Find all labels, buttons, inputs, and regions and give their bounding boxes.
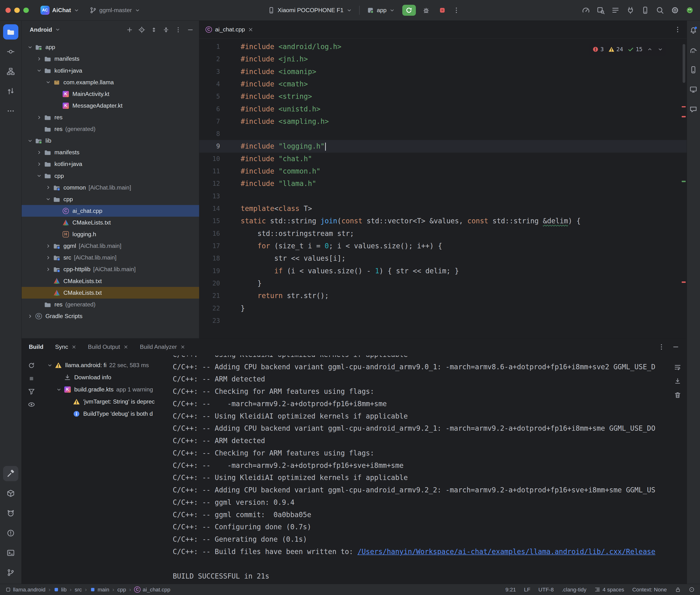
- caret-position[interactable]: 9:21: [505, 587, 516, 593]
- tree-item-download-info[interactable]: Download info: [41, 371, 173, 383]
- commit-tool-icon[interactable]: [3, 44, 18, 59]
- encoding[interactable]: UTF-8: [538, 587, 554, 593]
- device-explorer-icon[interactable]: [689, 65, 699, 75]
- filter-icon[interactable]: [28, 388, 35, 395]
- chevron-right-icon[interactable]: [44, 266, 52, 273]
- pull-requests-tool-icon[interactable]: [3, 84, 18, 99]
- tree-item-cpp-httplib[interactable]: cpp-httplib[AiChat.lib.main]: [22, 263, 199, 275]
- tree-item-buildtype-debug-is-both-d[interactable]: BuildType 'debug' is both d: [41, 407, 173, 420]
- code-line-8[interactable]: 8: [199, 128, 687, 140]
- context[interactable]: Context: None: [632, 587, 667, 593]
- tree-item-src[interactable]: src[AiChat.lib.main]: [22, 252, 199, 263]
- structure-tool-icon[interactable]: [3, 64, 18, 79]
- tree-item-res[interactable]: res: [22, 111, 199, 123]
- code-line-19[interactable]: 19 if (i < values.size() - 1) { str << d…: [199, 265, 687, 277]
- rerun-app-button[interactable]: [402, 5, 416, 16]
- breadcrumb-src[interactable]: src: [75, 587, 82, 593]
- breadcrumb-main[interactable]: main: [90, 587, 109, 593]
- preview-icon[interactable]: [28, 401, 35, 408]
- more-run-options-icon[interactable]: [453, 7, 460, 14]
- code-line-17[interactable]: 17 for (size_t i = 0; i < values.size();…: [199, 240, 687, 252]
- notifications-status[interactable]: [689, 587, 695, 593]
- error-stripe-mark[interactable]: [682, 116, 686, 117]
- breadcrumb-lib[interactable]: lib: [54, 587, 67, 593]
- app-inspection-icon[interactable]: [597, 6, 605, 14]
- chevron-down-icon[interactable]: [26, 44, 34, 50]
- code-line-11[interactable]: 11#include "common.h": [199, 165, 687, 177]
- notifications-icon[interactable]: [689, 25, 699, 35]
- tree-item-app[interactable]: app: [22, 41, 199, 53]
- more-tool-windows-icon[interactable]: [3, 103, 18, 119]
- settings-icon[interactable]: [671, 6, 679, 14]
- soft-wrap-icon[interactable]: [674, 364, 681, 371]
- line-ending[interactable]: LF: [524, 587, 530, 593]
- build-options-icon[interactable]: [658, 343, 665, 350]
- scroll-to-end-icon[interactable]: [674, 378, 681, 385]
- close-tab-icon[interactable]: [72, 345, 76, 349]
- rerun-sync-icon[interactable]: [28, 362, 35, 369]
- code-line-12[interactable]: 12#include "llama.h": [199, 177, 687, 190]
- console-path-link[interactable]: /Users/hanyin/Workspace/ai-chat/examples…: [358, 548, 655, 556]
- vcs-branch-selector[interactable]: ggml-master: [87, 5, 143, 16]
- ai-assistant-icon[interactable]: [689, 104, 699, 114]
- code-line-13[interactable]: 13: [199, 190, 687, 202]
- code-line-3[interactable]: 3#include <iomanip>: [199, 65, 687, 78]
- file-lock[interactable]: [675, 587, 681, 593]
- logcat-tool-icon[interactable]: [3, 506, 18, 521]
- close-window-button[interactable]: [5, 8, 11, 13]
- build-tab-sync[interactable]: Sync: [55, 344, 76, 350]
- locate-file-icon[interactable]: [138, 26, 145, 33]
- chevron-right-icon[interactable]: [26, 313, 34, 319]
- errors-indicator[interactable]: 3: [592, 43, 604, 55]
- prev-problem-icon[interactable]: [647, 47, 653, 52]
- chevron-right-icon[interactable]: [35, 161, 43, 167]
- close-tab-icon[interactable]: [248, 27, 253, 32]
- zoom-window-button[interactable]: [23, 8, 29, 13]
- project-tool-icon[interactable]: [3, 24, 18, 39]
- code-style[interactable]: .clang-tidy: [562, 587, 586, 593]
- next-problem-icon[interactable]: [657, 47, 663, 52]
- stop-sync-icon[interactable]: [28, 375, 35, 382]
- tree-item-cpp[interactable]: cpp: [22, 170, 199, 182]
- debug-button[interactable]: [420, 5, 432, 16]
- minimize-window-button[interactable]: [14, 8, 20, 13]
- code-line-7[interactable]: 7#include <sampling.h>: [199, 115, 687, 128]
- breadcrumb-llama-android[interactable]: llama.android: [5, 587, 46, 593]
- tree-item-res[interactable]: res(generated): [22, 299, 199, 310]
- close-tab-icon[interactable]: [180, 345, 185, 349]
- code-line-6[interactable]: 6#include <unistd.h>: [199, 103, 687, 115]
- breadcrumb-ai-chat-cpp[interactable]: Cai_chat.cpp: [134, 587, 170, 593]
- code-line-16[interactable]: 16 std::ostringstream str;: [199, 227, 687, 240]
- close-tab-icon[interactable]: [123, 345, 128, 349]
- chevron-right-icon[interactable]: [35, 56, 43, 62]
- tree-item-common[interactable]: common[AiChat.lib.main]: [22, 182, 199, 193]
- chevron-down-icon[interactable]: [44, 79, 52, 85]
- indent-config[interactable]: 4 spaces: [594, 587, 624, 593]
- tree-item-gradle-scripts[interactable]: GGradle Scripts: [22, 310, 199, 322]
- device-manager-icon[interactable]: [641, 6, 649, 14]
- tree-item-kotlin-java[interactable]: kotlin+java: [22, 158, 199, 170]
- search-everywhere-icon[interactable]: [656, 6, 664, 14]
- logcat-icon[interactable]: [611, 6, 619, 14]
- add-icon[interactable]: [126, 26, 133, 33]
- plugins-icon[interactable]: [626, 6, 635, 14]
- more-options-icon[interactable]: [175, 26, 181, 33]
- problems-tool-icon[interactable]: [3, 525, 18, 540]
- code-line-23[interactable]: 23: [199, 314, 687, 327]
- collapse-all-icon[interactable]: [163, 26, 169, 33]
- assistant-mascot-icon[interactable]: [686, 6, 694, 14]
- tree-item-logging-h[interactable]: Hlogging.h: [22, 229, 199, 240]
- clear-console-icon[interactable]: [674, 391, 681, 399]
- tree-item-kotlin-java[interactable]: kotlin+java: [22, 65, 199, 77]
- project-selector[interactable]: AC AiChat: [38, 4, 82, 17]
- build-tab-build-analyzer[interactable]: Build Analyzer: [140, 344, 185, 350]
- chevron-right-icon[interactable]: [35, 115, 43, 120]
- tree-item-cmakelists-txt[interactable]: CMakeLists.txt: [22, 217, 199, 228]
- warnings-indicator[interactable]: 24: [608, 43, 623, 55]
- tree-item-res[interactable]: res(generated): [22, 123, 199, 135]
- chevron-down-icon[interactable]: [35, 173, 43, 179]
- chevron-down-icon[interactable]: [26, 138, 34, 144]
- tree-item-com-example-llama[interactable]: com.example.llama: [22, 77, 199, 88]
- tree-item-messageadapter-kt[interactable]: KMessageAdapter.kt: [22, 100, 199, 111]
- gradle-tool-icon[interactable]: [689, 45, 699, 55]
